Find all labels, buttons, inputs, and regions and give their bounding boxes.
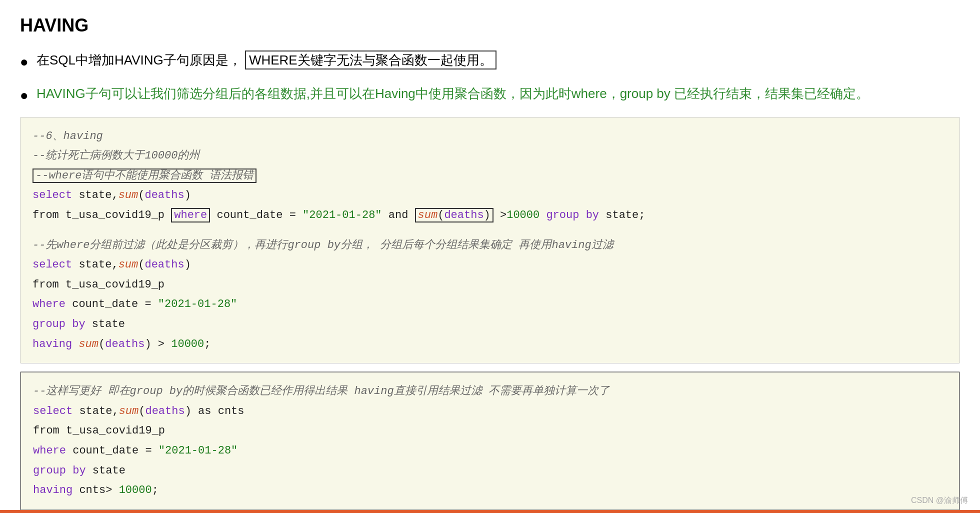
code-line-having-2: having cnts> 10000; bbox=[33, 480, 947, 500]
bullet-dot-1: ● bbox=[20, 51, 28, 74]
code-block-3: --这样写更好 即在group by的时候聚合函数已经作用得出结果 having… bbox=[20, 372, 960, 510]
highlight-where-keyword: WHERE关键字无法与聚合函数一起使用。 bbox=[245, 50, 496, 70]
code-comment-3: --where语句中不能使用聚合函数 语法报错 bbox=[32, 166, 948, 186]
where-box: where bbox=[171, 208, 210, 222]
code-line-groupby-2: group by state bbox=[33, 461, 947, 481]
code-comment-2: --统计死亡病例数大于10000的州 bbox=[32, 146, 948, 166]
code-line-groupby-1: group by state bbox=[32, 314, 948, 334]
code-comment-1: --6、having bbox=[32, 126, 948, 146]
watermark: CSDN @渝师傅 bbox=[911, 496, 968, 506]
syntax-error-comment: --where语句中不能使用聚合函数 语法报错 bbox=[32, 168, 256, 183]
bottom-bar bbox=[0, 510, 980, 513]
code-line-where-3: where count_date = "2021-01-28" bbox=[33, 441, 947, 461]
code-line-from-3: from t_usa_covid19_p bbox=[33, 421, 947, 441]
code-comment-5: --这样写更好 即在group by的时候聚合函数已经作用得出结果 having… bbox=[33, 382, 947, 402]
bullet-text-1: 在SQL中增加HAVING子句原因是， WHERE关键字无法与聚合函数一起使用。 bbox=[36, 50, 496, 71]
code-line-from-where: from t_usa_covid19_p where count_date = … bbox=[32, 206, 948, 226]
code-line-having-1: having sum(deaths) > 10000; bbox=[32, 334, 948, 354]
code-line-from-2: from t_usa_covid19_p bbox=[32, 275, 948, 295]
code-line-select-1: select state,sum(deaths) bbox=[32, 186, 948, 206]
sum-deaths-box: sum(deaths) bbox=[415, 208, 494, 222]
code-comment-4: --先where分组前过滤（此处是分区裁剪），再进行group by分组， 分组… bbox=[32, 236, 948, 256]
code-line-where-2: where count_date = "2021-01-28" bbox=[32, 294, 948, 314]
bullet-item-2: ● HAVING子句可以让我们筛选分组后的各组数据,并且可以在Having中使用… bbox=[20, 84, 960, 107]
code-line-select-3: select state,sum(deaths) as cnts bbox=[33, 402, 947, 422]
bullet-text-2: HAVING子句可以让我们筛选分组后的各组数据,并且可以在Having中使用聚合… bbox=[36, 84, 869, 104]
page-title: HAVING bbox=[20, 15, 960, 36]
bullet-dot-2: ● bbox=[20, 84, 28, 107]
code-block-1: --6、having --统计死亡病例数大于10000的州 --where语句中… bbox=[20, 117, 960, 364]
code-line-select-2: select state,sum(deaths) bbox=[32, 255, 948, 275]
bullet-text-1-before: 在SQL中增加HAVING子句原因是， bbox=[36, 52, 242, 68]
bullet-item-1: ● 在SQL中增加HAVING子句原因是， WHERE关键字无法与聚合函数一起使… bbox=[20, 50, 960, 74]
